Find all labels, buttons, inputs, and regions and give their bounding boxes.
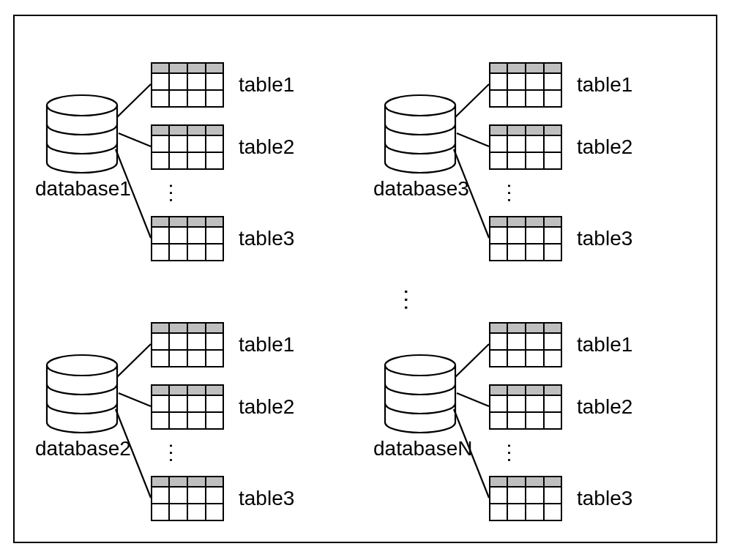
table-icon	[489, 216, 562, 261]
database-icon	[45, 94, 119, 174]
svg-point-78	[385, 355, 455, 376]
table-icon	[151, 476, 224, 521]
table-icon	[489, 124, 562, 170]
ellipsis-icon: ...	[166, 443, 187, 464]
table-label: table2	[577, 395, 632, 419]
diagram-canvas: database1 table1 table2 ... table3	[0, 0, 732, 560]
database-icon	[45, 354, 119, 434]
database-label: databaseN	[373, 437, 472, 460]
database-icon	[384, 354, 457, 434]
table-icon	[151, 216, 224, 261]
table-icon	[489, 384, 562, 430]
database-icon	[384, 94, 457, 174]
table-icon	[151, 124, 224, 170]
table-icon	[151, 384, 224, 430]
ellipsis-icon: ...	[504, 183, 525, 204]
database-label: database2	[35, 437, 131, 460]
table-label: table2	[239, 395, 294, 419]
database-label: database1	[35, 177, 131, 201]
table-label: table1	[239, 333, 294, 356]
database-label: database3	[373, 177, 469, 201]
table-label: table2	[577, 135, 632, 159]
svg-point-12	[47, 95, 117, 116]
table-label: table3	[577, 487, 632, 510]
table-label: table1	[577, 333, 632, 356]
svg-point-34	[47, 355, 117, 376]
svg-point-56	[385, 95, 455, 116]
table-label: table3	[239, 227, 294, 250]
table-label: table2	[239, 135, 294, 159]
ellipsis-icon: ...	[401, 288, 425, 313]
table-icon	[489, 476, 562, 521]
ellipsis-icon: ...	[504, 443, 525, 464]
table-label: table1	[239, 73, 294, 97]
table-icon	[151, 62, 224, 108]
table-icon	[489, 62, 562, 108]
table-icon	[489, 322, 562, 367]
table-label: table3	[239, 487, 294, 510]
table-icon	[151, 322, 224, 367]
ellipsis-icon: ...	[166, 183, 187, 204]
table-label: table3	[577, 227, 632, 250]
table-label: table1	[577, 73, 632, 97]
